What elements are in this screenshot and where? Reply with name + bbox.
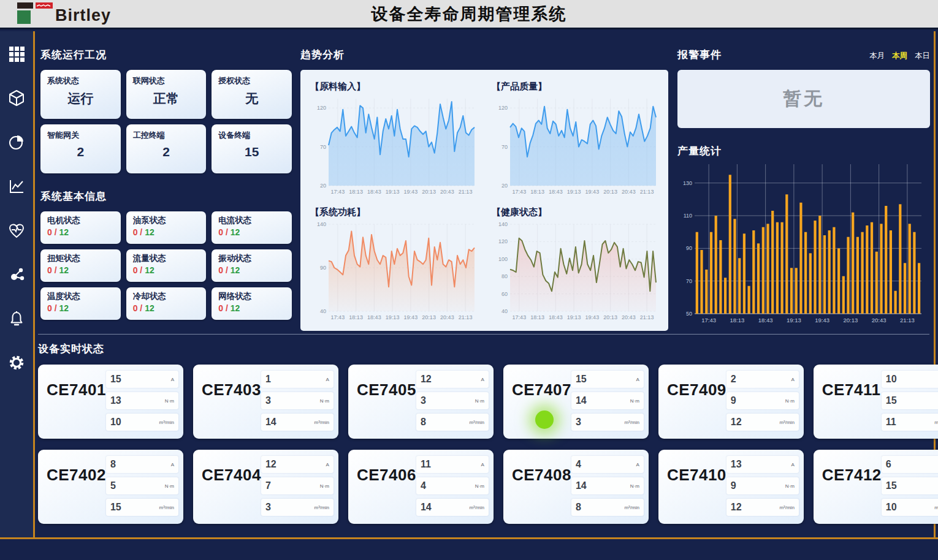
device-card-CE7406[interactable]: CE740611A4N·m14m³/min xyxy=(348,450,494,524)
device-metrics: 11A4N·m14m³/min xyxy=(416,456,489,518)
device-card-CE7407[interactable]: CE740715A14N·m3m³/min xyxy=(503,365,649,439)
device-card-CE7412[interactable]: CE74126A15N·m10m³/min xyxy=(814,450,938,524)
metric-value: 1 xyxy=(265,374,271,385)
device-name: CE7402 xyxy=(47,466,106,518)
trend-chart-cell: 【系统功耗】409014017:4318:1318:4319:1319:4320… xyxy=(304,200,486,326)
alarm-count: 0 / xyxy=(133,265,145,275)
total-count: 12 xyxy=(231,265,240,275)
device-card-CE7401[interactable]: CE740115A13N·m10m³/min xyxy=(38,365,183,439)
svg-text:70: 70 xyxy=(686,278,692,284)
svg-text:17:43: 17:43 xyxy=(331,314,345,320)
svg-text:20:43: 20:43 xyxy=(440,314,454,320)
trend-chart-cell: 【健康状态】40608010012014017:4318:1318:4319:1… xyxy=(486,200,667,326)
svg-text:19:13: 19:13 xyxy=(567,189,581,195)
device-card-CE7408[interactable]: CE74084A14N·m8m³/min xyxy=(503,450,649,524)
trend-panel: 趋势分析 【原料输入】207012017:4318:1318:4319:1319… xyxy=(300,48,668,331)
device-card-CE7410[interactable]: CE741013A9N·m12m³/min xyxy=(658,450,804,524)
metric-value: 15 xyxy=(110,502,121,513)
svg-text:19:43: 19:43 xyxy=(585,314,600,320)
device-metrics: 2A9N·m12m³/min xyxy=(726,371,799,433)
svg-text:19:43: 19:43 xyxy=(404,314,418,320)
device-metric-row: 15A xyxy=(106,371,178,388)
metric-unit: N·m xyxy=(475,398,484,404)
grid-icon xyxy=(8,45,25,62)
logo-green-block xyxy=(17,10,31,24)
brand-name: Birtley xyxy=(55,8,111,24)
basic-info-value: 0 / 12 xyxy=(133,227,200,237)
svg-text:18:13: 18:13 xyxy=(730,317,744,324)
metric-unit: A xyxy=(636,377,639,382)
svg-text:20: 20 xyxy=(501,183,508,189)
sidebar-item-pie-report[interactable] xyxy=(7,133,26,151)
device-metric-row: 9N·m xyxy=(726,477,799,494)
alarm-tab-本周[interactable]: 本周 xyxy=(892,51,907,61)
svg-text:18:43: 18:43 xyxy=(549,189,563,195)
sidebar-item-alerts[interactable] xyxy=(7,309,26,328)
metric-unit: m³/min xyxy=(624,420,639,425)
device-metric-row: 15N·m xyxy=(882,477,938,494)
trend-chart-title: 【产品质量】 xyxy=(492,81,662,93)
basic-info-value: 0 / 12 xyxy=(133,303,200,313)
sidebar-item-health[interactable] xyxy=(7,221,26,240)
device-metric-row: 9N·m xyxy=(726,392,799,409)
basic-info-value: 0 / 12 xyxy=(218,227,285,237)
trend-chart-title: 【健康状态】 xyxy=(492,206,662,218)
device-card-CE7411[interactable]: CE741110A15N·m11m³/min xyxy=(814,365,938,439)
basic-info-value: 0 / 12 xyxy=(218,265,285,275)
device-name: CE7410 xyxy=(667,466,726,518)
device-card-CE7402[interactable]: CE74028A5N·m15m³/min xyxy=(38,450,183,524)
basic-info-card: 油泵状态0 / 12 xyxy=(126,211,207,244)
device-metric-row: 5N·m xyxy=(106,477,178,494)
device-metrics: 15A13N·m10m³/min xyxy=(106,371,178,433)
metric-value: 12 xyxy=(731,502,742,513)
metric-unit: N·m xyxy=(165,398,174,404)
svg-text:19:43: 19:43 xyxy=(815,317,829,324)
metric-unit: m³/min xyxy=(159,505,174,510)
run-status-title: 系统运行工况 xyxy=(40,48,292,62)
device-metric-row: 11m³/min xyxy=(882,414,938,431)
alarm-tab-本日[interactable]: 本日 xyxy=(915,51,930,61)
metric-unit: A xyxy=(636,462,639,467)
metric-unit: m³/min xyxy=(934,420,938,425)
device-metric-row: 12m³/min xyxy=(726,499,799,516)
run-status-card: 设备终端15 xyxy=(212,124,292,173)
device-metric-row: 3m³/min xyxy=(571,414,644,431)
sidebar-item-topology[interactable] xyxy=(7,265,26,284)
metric-value: 9 xyxy=(731,480,736,491)
basic-info-label: 扭矩状态 xyxy=(47,253,114,264)
svg-text:17:43: 17:43 xyxy=(513,189,527,195)
svg-text:80: 80 xyxy=(501,273,508,279)
alarm-count: 0 / xyxy=(218,227,230,237)
device-metric-row: 8m³/min xyxy=(416,414,489,431)
svg-text:20:13: 20:13 xyxy=(422,314,436,320)
alarm-tab-本月[interactable]: 本月 xyxy=(869,51,885,61)
sidebar-item-3d-model[interactable] xyxy=(7,89,26,107)
run-status-label: 智能网关 xyxy=(47,130,114,141)
sidebar-item-apps[interactable] xyxy=(7,45,26,63)
sidebar-item-trend[interactable] xyxy=(7,177,26,195)
device-card-CE7409[interactable]: CE74092A9N·m12m³/min xyxy=(658,365,804,439)
alarm-header: 报警事件 本月本周本日 xyxy=(677,48,930,62)
svg-text:19:13: 19:13 xyxy=(567,314,581,320)
svg-text:20:43: 20:43 xyxy=(440,189,454,195)
basic-info-label: 油泵状态 xyxy=(133,215,200,226)
device-card-CE7405[interactable]: CE740512A3N·m8m³/min xyxy=(348,365,494,439)
svg-text:40: 40 xyxy=(320,308,326,314)
svg-text:21:13: 21:13 xyxy=(459,314,473,320)
metric-value: 5 xyxy=(110,480,116,491)
svg-text:19:13: 19:13 xyxy=(787,317,801,324)
device-metric-row: 11A xyxy=(416,456,489,473)
alarm-count: 0 / xyxy=(133,303,145,313)
page-title: 设备全寿命周期管理系统 xyxy=(0,3,938,25)
metric-unit: m³/min xyxy=(314,505,329,510)
svg-text:18:43: 18:43 xyxy=(758,317,773,324)
device-card-CE7403[interactable]: CE74031A3N·m14m³/min xyxy=(193,365,338,439)
device-card-CE7404[interactable]: CE740412A7N·m3m³/min xyxy=(193,450,338,524)
run-status-value: 15 xyxy=(218,145,285,159)
svg-text:18:13: 18:13 xyxy=(530,189,544,195)
svg-text:20:13: 20:13 xyxy=(422,189,436,195)
svg-text:18:13: 18:13 xyxy=(530,314,544,320)
sidebar-item-settings[interactable] xyxy=(7,354,26,372)
device-name: CE7409 xyxy=(667,380,726,433)
trend-chart-title: 【系统功耗】 xyxy=(310,206,481,218)
